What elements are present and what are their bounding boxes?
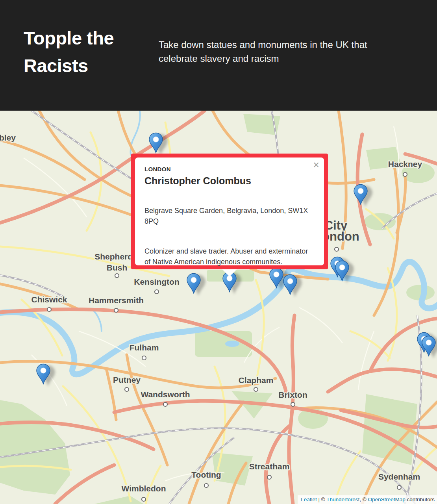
map-label-putney: Putney <box>113 375 141 384</box>
map-label-dot <box>163 402 167 406</box>
page-header: Topple the Racists Take down statues and… <box>0 0 437 111</box>
openstreetmap-link[interactable]: OpenStreetMap <box>368 497 405 502</box>
map-label-dot <box>47 308 51 311</box>
popup-box: × LONDON Christopher Colombus Belgrave S… <box>131 154 328 269</box>
map-label-dot <box>142 356 146 360</box>
map-container[interactable]: WembleyHackneyCityLondonShepherd'sBushKe… <box>0 111 437 504</box>
map-label-dot <box>403 172 407 176</box>
map-label-dot <box>335 247 339 251</box>
attribution-text: contributors <box>406 497 435 502</box>
map-label-dot <box>267 475 271 479</box>
popup-description: Colonizer and slave trader. Abuser and e… <box>144 246 313 267</box>
map-label-dot <box>397 485 401 489</box>
page-title: Topple the Racists <box>24 24 150 80</box>
attribution-text: | © <box>317 497 326 502</box>
map-label-tooting: Tooting <box>191 470 221 479</box>
map-label-brixton: Brixton <box>278 390 307 399</box>
map-label-wandsworth: Wandsworth <box>141 390 190 399</box>
page: Topple the Racists Take down statues and… <box>0 0 437 504</box>
map-label-dot <box>204 484 208 487</box>
map-label-dot <box>115 274 119 278</box>
attribution-text: , © <box>359 497 368 502</box>
popup-monument-name: Christopher Colombus <box>144 175 313 187</box>
map-label-dot <box>114 308 118 312</box>
popup-content: × LONDON Christopher Colombus Belgrave S… <box>135 158 324 265</box>
map-attribution: Leaflet | © Thunderforest, © OpenStreetM… <box>298 495 437 504</box>
map-label-dot <box>125 387 129 391</box>
map-label-streatham: Streatham <box>249 462 290 471</box>
map-label-sydenham: Sydenham <box>378 472 420 481</box>
map-label-chiswick: Chiswick <box>31 295 67 304</box>
map-label-fulham: Fulham <box>130 343 159 352</box>
leaflet-link[interactable]: Leaflet <box>301 497 317 502</box>
map-label-clapham: Clapham <box>239 376 274 385</box>
park-pond <box>225 341 239 347</box>
map-label-hackney: Hackney <box>388 159 422 169</box>
marker-popup: × LONDON Christopher Colombus Belgrave S… <box>131 154 328 269</box>
map-label-bush: Bush <box>107 263 128 272</box>
map-label-dot <box>291 402 295 406</box>
popup-city-label: LONDON <box>144 166 313 173</box>
map-label-wimbledon: Wimbledon <box>122 484 166 493</box>
popup-close-button[interactable]: × <box>312 159 320 171</box>
map-label-dot <box>142 497 146 501</box>
thunderforest-link[interactable]: Thunderforest <box>326 497 359 502</box>
popup-divider <box>144 236 313 236</box>
popup-address: Belgrave Square Garden, Belgravia, Londo… <box>144 206 313 227</box>
map-label-dot <box>254 387 258 391</box>
map-label-kensington: Kensington <box>134 277 180 286</box>
popup-divider <box>144 196 313 196</box>
map-label-hammersmith: Hammersmith <box>89 296 144 305</box>
map-label-wembley: Wembley <box>0 133 16 142</box>
page-subtitle: Take down statues and monuments in the U… <box>159 38 403 65</box>
map-label-dot <box>155 290 159 294</box>
